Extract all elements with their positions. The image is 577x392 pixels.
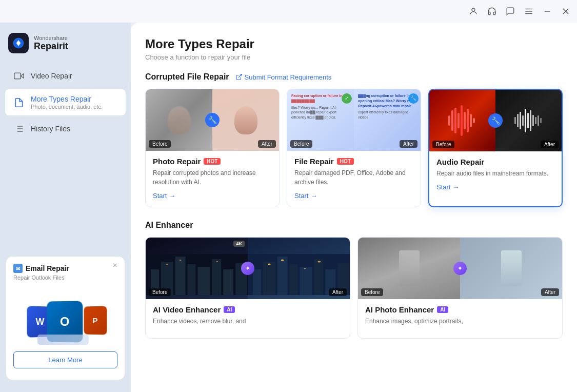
audio-repair-arrow: →	[452, 183, 459, 191]
svg-point-0	[472, 8, 475, 11]
ai-photo-body: AI Photo Enhancer AI Enhance images, opt…	[358, 299, 562, 338]
ai-photo-badge: AI	[437, 306, 448, 313]
logo-text: Wondershare Repairit	[34, 35, 68, 52]
ai-video-image: 4K Before	[146, 238, 350, 299]
audio-repair-card[interactable]: Before	[428, 89, 563, 207]
photo-repair-hot-badge: HOT	[204, 158, 221, 165]
photo-before-half: Before	[146, 89, 212, 151]
svg-point-49	[216, 261, 218, 262]
svg-point-48	[180, 260, 182, 261]
ai-photo-before-half: Before	[358, 238, 460, 299]
ai-video-label: AI Video Enhancer	[153, 305, 221, 314]
file-repair-start[interactable]: Start →	[294, 192, 413, 200]
photo-repair-name: Photo Repair HOT	[153, 157, 272, 166]
file-repair-arrow: →	[310, 192, 317, 200]
svg-rect-55	[300, 267, 312, 295]
audio-repair-center-icon: 🔧	[488, 113, 503, 128]
corrupted-file-repair-title: Corrupted File Repair	[145, 72, 229, 82]
svg-rect-41	[175, 257, 186, 295]
audio-repair-start-label: Start	[436, 183, 450, 191]
svg-rect-33	[530, 110, 531, 131]
ai-enhancer-title: AI Enhancer	[145, 221, 193, 230]
svg-rect-28	[517, 114, 519, 127]
ai-video-badge: AI	[224, 306, 235, 313]
photo-repair-arrow: →	[169, 192, 175, 200]
svg-rect-21	[457, 113, 460, 128]
submit-format-link[interactable]: Submit Format Requirements	[235, 73, 332, 81]
photo-repair-label: Photo Repair	[153, 157, 201, 166]
svg-rect-30	[522, 115, 524, 126]
headphones-icon[interactable]	[487, 6, 497, 16]
promo-close-button[interactable]: ×	[110, 261, 120, 270]
audio-before-half: Before	[429, 90, 495, 151]
svg-rect-10	[14, 73, 21, 79]
ai-photo-enhancer-card[interactable]: Before After ✦ AI Photo Enhancer	[357, 237, 563, 339]
audio-repair-name: Audio Repair	[436, 158, 554, 166]
ai-photo-after-half: After	[460, 238, 562, 299]
audio-waveform-before	[447, 103, 478, 139]
audio-repair-image: Before	[429, 90, 562, 151]
audio-waveform-after	[513, 103, 544, 139]
ppt-3d-icon: P	[84, 306, 107, 335]
sidebar-item-more-types-repair[interactable]: More Types Repair Photo, document, audio…	[5, 89, 126, 115]
ai-video-body: AI Video Enhancer AI Enhance videos, rem…	[146, 299, 350, 338]
sidebar-item-video-repair[interactable]: Video Repair	[5, 65, 126, 87]
file-repair-image: Facing corruption or failure in ▓▓▓▓▓▓▓▓…	[287, 89, 421, 151]
photo-repair-start-label: Start	[153, 192, 167, 200]
svg-rect-51	[253, 269, 261, 295]
ai-photo-image: Before After ✦	[358, 238, 562, 299]
svg-rect-56	[314, 259, 323, 295]
ai-video-enhance-icon: ✦	[241, 262, 254, 275]
photo-repair-start[interactable]: Start →	[153, 192, 272, 200]
svg-rect-23	[464, 112, 466, 129]
sidebar-item-more-types-content: More Types Repair Photo, document, audio…	[31, 95, 103, 110]
promo-icons-group: W O P	[22, 283, 109, 345]
svg-rect-19	[451, 110, 453, 131]
svg-rect-42	[188, 264, 196, 295]
ai-video-enhancer-card[interactable]: 4K Before	[145, 237, 350, 339]
photo-repair-card[interactable]: Before After 🔧 Photo Repair	[145, 89, 280, 207]
audio-repair-start[interactable]: Start →	[436, 183, 554, 191]
file-repair-hot-badge: HOT	[337, 158, 354, 165]
app-logo	[8, 33, 29, 53]
svg-rect-36	[538, 115, 539, 126]
photo-repair-body: Photo Repair HOT Repair corrupted photos…	[146, 151, 279, 207]
audio-repair-label: Audio Repair	[436, 158, 484, 166]
promo-subtitle: Repair Outlook Files	[13, 275, 117, 281]
svg-rect-52	[263, 262, 275, 295]
svg-rect-37	[540, 118, 542, 123]
promo-card: × ✉ Email Repair Repair Outlook Files W …	[6, 257, 125, 380]
sidebar-item-history-label: History Files	[31, 125, 70, 133]
menu-icon[interactable]	[524, 6, 534, 16]
svg-point-60	[281, 260, 284, 261]
audio-after-half: After	[495, 90, 562, 151]
audio-repair-body: Audio Repair Repair audio files in mains…	[429, 151, 562, 198]
svg-rect-27	[514, 117, 516, 124]
ai-photo-desc: Enhance images, optimize portraits,	[365, 317, 555, 326]
history-files-icon	[13, 123, 25, 134]
app-body: Wondershare Repairit Video Repair	[0, 23, 577, 392]
file-repair-card[interactable]: Facing corruption or failure in ▓▓▓▓▓▓▓▓…	[287, 89, 421, 207]
ai-video-after-label: After	[329, 288, 347, 296]
page-subtitle: Choose a function to repair your file	[145, 53, 563, 61]
ai-photo-enhance-icon: ✦	[453, 262, 467, 275]
svg-rect-53	[277, 257, 288, 295]
file-before-label: Before	[290, 140, 312, 148]
logo-area: Wondershare Repairit	[0, 29, 131, 64]
chat-icon[interactable]	[505, 6, 515, 16]
svg-point-61	[317, 261, 321, 263]
external-link-icon	[235, 73, 243, 81]
ai-photo-before-label: Before	[361, 288, 383, 296]
sidebar: Wondershare Repairit Video Repair	[0, 23, 131, 392]
close-icon[interactable]	[561, 6, 571, 16]
account-icon[interactable]	[468, 6, 479, 16]
svg-marker-9	[21, 74, 24, 78]
svg-rect-34	[532, 115, 534, 126]
ai-video-before-half: 4K Before	[146, 238, 248, 299]
learn-more-button[interactable]: Learn More	[13, 351, 117, 368]
svg-point-47	[166, 264, 168, 265]
svg-point-59	[268, 264, 271, 265]
minimize-icon[interactable]	[542, 6, 552, 16]
photo-repair-image: Before After 🔧	[146, 89, 279, 151]
sidebar-item-history-files[interactable]: History Files	[5, 117, 126, 140]
